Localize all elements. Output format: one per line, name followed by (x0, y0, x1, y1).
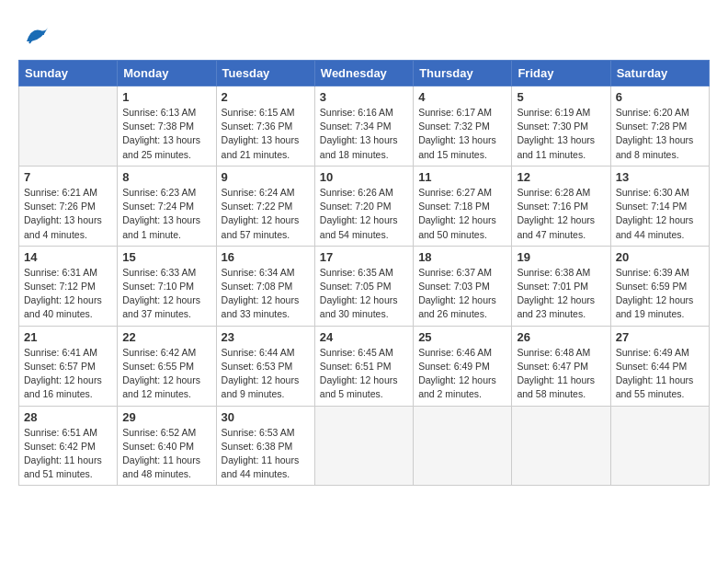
calendar-cell: 24Sunrise: 6:45 AM Sunset: 6:51 PM Dayli… (314, 326, 413, 406)
day-number: 8 (122, 170, 210, 184)
day-info: Sunrise: 6:35 AM Sunset: 7:05 PM Dayligh… (320, 266, 408, 322)
day-number: 11 (418, 170, 506, 184)
weekday-header: Friday (512, 61, 610, 86)
day-info: Sunrise: 6:21 AM Sunset: 7:26 PM Dayligh… (24, 186, 112, 242)
day-info: Sunrise: 6:49 AM Sunset: 6:44 PM Dayligh… (616, 346, 704, 402)
logo-icon (22, 23, 50, 51)
calendar-cell: 18Sunrise: 6:37 AM Sunset: 7:03 PM Dayli… (414, 246, 512, 326)
day-info: Sunrise: 6:17 AM Sunset: 7:32 PM Dayligh… (418, 106, 506, 162)
day-info: Sunrise: 6:34 AM Sunset: 7:08 PM Dayligh… (222, 266, 310, 322)
calendar-cell: 20Sunrise: 6:39 AM Sunset: 6:59 PM Dayli… (610, 246, 709, 326)
day-info: Sunrise: 6:44 AM Sunset: 6:53 PM Dayligh… (222, 346, 310, 402)
day-number: 13 (616, 170, 704, 184)
calendar-cell: 9Sunrise: 6:24 AM Sunset: 7:22 PM Daylig… (216, 166, 314, 246)
day-number: 4 (418, 90, 506, 104)
day-info: Sunrise: 6:45 AM Sunset: 6:51 PM Dayligh… (320, 346, 408, 402)
day-info: Sunrise: 6:26 AM Sunset: 7:20 PM Dayligh… (320, 186, 408, 242)
day-info: Sunrise: 6:28 AM Sunset: 7:16 PM Dayligh… (517, 186, 605, 242)
calendar-cell: 11Sunrise: 6:27 AM Sunset: 7:18 PM Dayli… (414, 166, 512, 246)
day-number: 6 (616, 90, 704, 104)
day-info: Sunrise: 6:33 AM Sunset: 7:10 PM Dayligh… (122, 266, 210, 322)
weekday-header: Monday (118, 61, 216, 86)
day-info: Sunrise: 6:46 AM Sunset: 6:49 PM Dayligh… (418, 346, 506, 402)
day-number: 27 (616, 330, 704, 344)
day-number: 22 (122, 330, 210, 344)
day-info: Sunrise: 6:31 AM Sunset: 7:12 PM Dayligh… (24, 266, 112, 322)
calendar-cell: 14Sunrise: 6:31 AM Sunset: 7:12 PM Dayli… (19, 246, 118, 326)
calendar-cell: 10Sunrise: 6:26 AM Sunset: 7:20 PM Dayli… (314, 166, 413, 246)
day-number: 20 (616, 250, 704, 264)
weekday-header: Tuesday (216, 61, 314, 86)
day-info: Sunrise: 6:20 AM Sunset: 7:28 PM Dayligh… (616, 106, 704, 162)
calendar-cell: 26Sunrise: 6:48 AM Sunset: 6:47 PM Dayli… (512, 326, 610, 406)
calendar-cell: 30Sunrise: 6:53 AM Sunset: 6:38 PM Dayli… (216, 406, 314, 486)
day-number: 7 (24, 170, 112, 184)
weekday-header: Thursday (414, 61, 512, 86)
weekday-header: Saturday (610, 61, 709, 86)
calendar-cell: 6Sunrise: 6:20 AM Sunset: 7:28 PM Daylig… (610, 86, 709, 167)
weekday-header-row: SundayMondayTuesdayWednesdayThursdayFrid… (19, 61, 710, 86)
day-info: Sunrise: 6:13 AM Sunset: 7:38 PM Dayligh… (122, 106, 210, 162)
day-number: 16 (222, 250, 310, 264)
calendar-table: SundayMondayTuesdayWednesdayThursdayFrid… (18, 60, 710, 486)
calendar-cell: 13Sunrise: 6:30 AM Sunset: 7:14 PM Dayli… (610, 166, 709, 246)
day-number: 12 (517, 170, 605, 184)
day-number: 1 (122, 90, 210, 104)
day-number: 15 (122, 250, 210, 264)
calendar-cell: 1Sunrise: 6:13 AM Sunset: 7:38 PM Daylig… (118, 86, 216, 167)
calendar-cell: 15Sunrise: 6:33 AM Sunset: 7:10 PM Dayli… (118, 246, 216, 326)
calendar-cell: 5Sunrise: 6:19 AM Sunset: 7:30 PM Daylig… (512, 86, 610, 167)
calendar-cell (610, 406, 709, 486)
calendar-week-row: 1Sunrise: 6:13 AM Sunset: 7:38 PM Daylig… (19, 86, 710, 167)
day-info: Sunrise: 6:41 AM Sunset: 6:57 PM Dayligh… (24, 346, 112, 402)
day-number: 29 (122, 410, 210, 424)
day-number: 26 (517, 330, 605, 344)
day-info: Sunrise: 6:15 AM Sunset: 7:36 PM Dayligh… (222, 106, 310, 162)
day-info: Sunrise: 6:48 AM Sunset: 6:47 PM Dayligh… (517, 346, 605, 402)
day-info: Sunrise: 6:16 AM Sunset: 7:34 PM Dayligh… (320, 106, 408, 162)
day-number: 17 (320, 250, 408, 264)
calendar-cell: 3Sunrise: 6:16 AM Sunset: 7:34 PM Daylig… (314, 86, 413, 167)
calendar-week-row: 7Sunrise: 6:21 AM Sunset: 7:26 PM Daylig… (19, 166, 710, 246)
day-info: Sunrise: 6:30 AM Sunset: 7:14 PM Dayligh… (616, 186, 704, 242)
day-number: 30 (222, 410, 310, 424)
weekday-header: Sunday (19, 61, 118, 86)
calendar-cell: 22Sunrise: 6:42 AM Sunset: 6:55 PM Dayli… (118, 326, 216, 406)
calendar-cell: 21Sunrise: 6:41 AM Sunset: 6:57 PM Dayli… (19, 326, 118, 406)
day-number: 3 (320, 90, 408, 104)
day-info: Sunrise: 6:39 AM Sunset: 6:59 PM Dayligh… (616, 266, 704, 322)
calendar-cell (512, 406, 610, 486)
calendar-week-row: 14Sunrise: 6:31 AM Sunset: 7:12 PM Dayli… (19, 246, 710, 326)
day-info: Sunrise: 6:42 AM Sunset: 6:55 PM Dayligh… (122, 346, 210, 402)
day-info: Sunrise: 6:38 AM Sunset: 7:01 PM Dayligh… (517, 266, 605, 322)
day-info: Sunrise: 6:24 AM Sunset: 7:22 PM Dayligh… (222, 186, 310, 242)
logo (18, 23, 50, 51)
day-number: 18 (418, 250, 506, 264)
day-number: 21 (24, 330, 112, 344)
day-number: 9 (222, 170, 310, 184)
calendar-cell: 2Sunrise: 6:15 AM Sunset: 7:36 PM Daylig… (216, 86, 314, 167)
day-info: Sunrise: 6:51 AM Sunset: 6:42 PM Dayligh… (24, 426, 112, 482)
day-number: 14 (24, 250, 112, 264)
weekday-header: Wednesday (314, 61, 413, 86)
calendar-cell: 8Sunrise: 6:23 AM Sunset: 7:24 PM Daylig… (118, 166, 216, 246)
day-info: Sunrise: 6:27 AM Sunset: 7:18 PM Dayligh… (418, 186, 506, 242)
calendar-cell: 29Sunrise: 6:52 AM Sunset: 6:40 PM Dayli… (118, 406, 216, 486)
calendar-cell: 4Sunrise: 6:17 AM Sunset: 7:32 PM Daylig… (414, 86, 512, 167)
day-info: Sunrise: 6:52 AM Sunset: 6:40 PM Dayligh… (122, 426, 210, 482)
calendar-cell: 17Sunrise: 6:35 AM Sunset: 7:05 PM Dayli… (314, 246, 413, 326)
calendar-cell: 19Sunrise: 6:38 AM Sunset: 7:01 PM Dayli… (512, 246, 610, 326)
day-number: 28 (24, 410, 112, 424)
calendar-cell: 16Sunrise: 6:34 AM Sunset: 7:08 PM Dayli… (216, 246, 314, 326)
calendar-cell: 28Sunrise: 6:51 AM Sunset: 6:42 PM Dayli… (19, 406, 118, 486)
calendar-cell (19, 86, 118, 167)
calendar-cell: 27Sunrise: 6:49 AM Sunset: 6:44 PM Dayli… (610, 326, 709, 406)
calendar-cell: 7Sunrise: 6:21 AM Sunset: 7:26 PM Daylig… (19, 166, 118, 246)
day-info: Sunrise: 6:37 AM Sunset: 7:03 PM Dayligh… (418, 266, 506, 322)
calendar-cell (414, 406, 512, 486)
day-number: 2 (222, 90, 310, 104)
calendar-cell: 12Sunrise: 6:28 AM Sunset: 7:16 PM Dayli… (512, 166, 610, 246)
day-info: Sunrise: 6:53 AM Sunset: 6:38 PM Dayligh… (222, 426, 310, 482)
day-number: 5 (517, 90, 605, 104)
day-number: 10 (320, 170, 408, 184)
